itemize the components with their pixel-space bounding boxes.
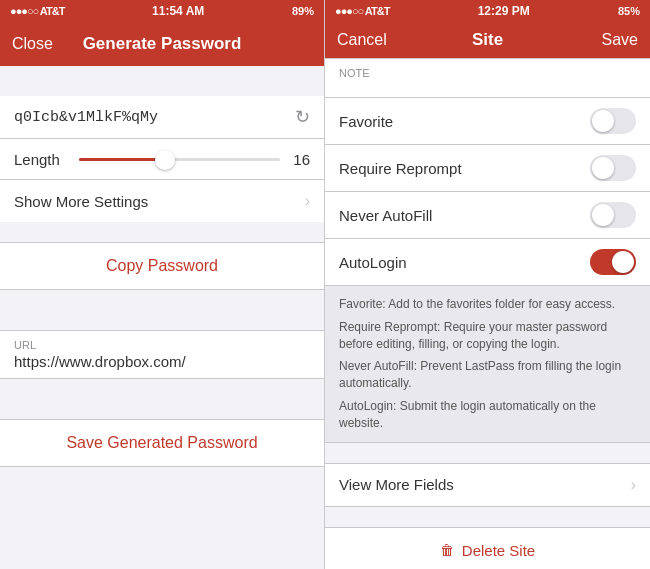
length-label: Length bbox=[14, 151, 69, 168]
right-signal: ●●●○○ AT&T bbox=[335, 5, 389, 17]
delete-site-button[interactable]: Delete Site bbox=[462, 542, 535, 559]
length-value: 16 bbox=[290, 151, 310, 168]
view-more-chevron-icon: › bbox=[631, 476, 636, 494]
save-generated-password-button[interactable]: Save Generated Password bbox=[66, 434, 257, 452]
info-autologin: AutoLogin: Submit the login automaticall… bbox=[339, 398, 636, 432]
autologin-row: AutoLogin bbox=[325, 239, 650, 286]
refresh-icon[interactable]: ↻ bbox=[295, 106, 310, 128]
password-display: q0Icb&v1MlkF%qMy bbox=[14, 109, 295, 126]
slider-thumb[interactable] bbox=[155, 150, 175, 170]
right-time: 12:29 PM bbox=[478, 4, 530, 18]
delete-section: 🗑 Delete Site bbox=[325, 527, 650, 569]
never-autofill-row: Never AutoFill bbox=[325, 192, 650, 239]
autologin-toggle[interactable] bbox=[590, 249, 636, 275]
note-label: NOTE bbox=[339, 67, 636, 79]
note-section: NOTE bbox=[325, 58, 650, 98]
cancel-button[interactable]: Cancel bbox=[337, 31, 387, 49]
right-panel: ●●●○○ AT&T 12:29 PM 85% Cancel Site Save… bbox=[325, 0, 650, 569]
gap1 bbox=[0, 66, 324, 86]
left-time: 11:54 AM bbox=[152, 4, 204, 18]
favorite-label: Favorite bbox=[339, 113, 393, 130]
chevron-right-icon: › bbox=[305, 192, 310, 210]
view-more-fields-label: View More Fields bbox=[339, 476, 454, 493]
url-section: URL https://www.dropbox.com/ bbox=[0, 330, 324, 379]
right-nav-bar: Cancel Site Save bbox=[325, 22, 650, 58]
copy-section: Copy Password bbox=[0, 242, 324, 290]
info-reprompt: Require Reprompt: Require your master pa… bbox=[339, 319, 636, 353]
left-status-bar: ●●●○○ AT&T 11:54 AM 89% bbox=[0, 0, 324, 22]
favorite-row: Favorite bbox=[325, 98, 650, 145]
left-nav-title: Generate Password bbox=[83, 34, 242, 54]
left-nav-bar: Close Generate Password bbox=[0, 22, 324, 66]
require-reprompt-toggle-thumb bbox=[592, 157, 614, 179]
info-favorite: Favorite: Add to the favorites folder fo… bbox=[339, 296, 636, 313]
close-button[interactable]: Close bbox=[12, 35, 53, 53]
slider-fill bbox=[79, 158, 159, 161]
never-autofill-toggle-thumb bbox=[592, 204, 614, 226]
url-label: URL bbox=[14, 339, 310, 351]
info-autofill: Never AutoFill: Prevent LastPass from fi… bbox=[339, 358, 636, 392]
autologin-label: AutoLogin bbox=[339, 254, 407, 271]
url-value: https://www.dropbox.com/ bbox=[14, 353, 310, 370]
show-more-settings-row[interactable]: Show More Settings › bbox=[0, 179, 324, 222]
length-section: Length 16 bbox=[0, 139, 324, 179]
favorite-toggle[interactable] bbox=[590, 108, 636, 134]
autologin-toggle-thumb bbox=[612, 251, 634, 273]
password-section: q0Icb&v1MlkF%qMy ↻ bbox=[0, 96, 324, 138]
gap3 bbox=[0, 379, 324, 399]
left-panel: ●●●○○ AT&T 11:54 AM 89% Close Generate P… bbox=[0, 0, 325, 569]
right-status-bar: ●●●○○ AT&T 12:29 PM 85% bbox=[325, 0, 650, 22]
favorite-toggle-thumb bbox=[592, 110, 614, 132]
require-reprompt-row: Require Reprompt bbox=[325, 145, 650, 192]
show-more-settings-label: Show More Settings bbox=[14, 193, 148, 210]
never-autofill-label: Never AutoFill bbox=[339, 207, 432, 224]
require-reprompt-label: Require Reprompt bbox=[339, 160, 462, 177]
copy-password-button[interactable]: Copy Password bbox=[106, 257, 218, 275]
never-autofill-toggle[interactable] bbox=[590, 202, 636, 228]
right-nav-title: Site bbox=[472, 30, 503, 50]
info-box: Favorite: Add to the favorites folder fo… bbox=[325, 286, 650, 443]
view-more-fields-row[interactable]: View More Fields › bbox=[325, 463, 650, 507]
right-battery: 85% bbox=[618, 5, 640, 17]
trash-icon: 🗑 bbox=[440, 542, 454, 558]
save-section: Save Generated Password bbox=[0, 419, 324, 467]
left-battery: 89% bbox=[292, 5, 314, 17]
gap2 bbox=[0, 290, 324, 310]
length-slider[interactable] bbox=[79, 149, 280, 169]
slider-track bbox=[79, 158, 280, 161]
left-signal: ●●●○○ AT&T bbox=[10, 5, 64, 17]
save-button[interactable]: Save bbox=[602, 31, 638, 49]
require-reprompt-toggle[interactable] bbox=[590, 155, 636, 181]
